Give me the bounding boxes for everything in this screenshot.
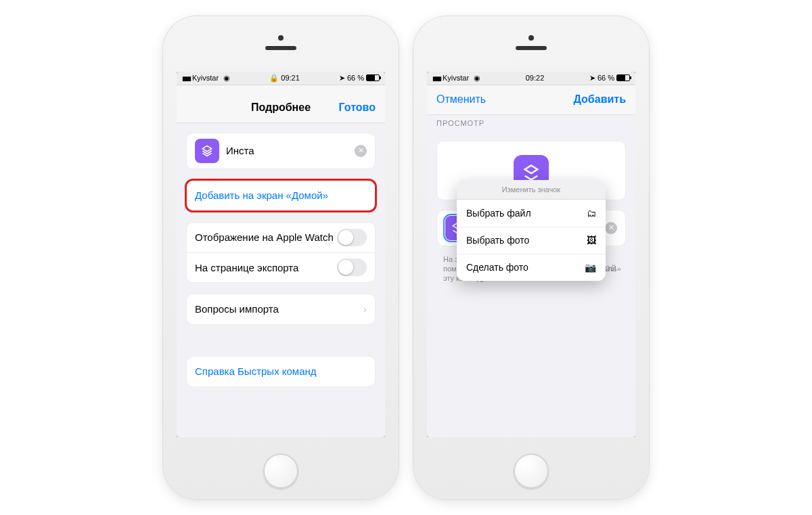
carrier-label: Kyivstar	[443, 74, 469, 82]
battery-pct: 66 %	[347, 74, 364, 82]
battery-icon	[616, 74, 630, 81]
gallery-icon: 🖼	[587, 235, 596, 246]
import-questions-cell[interactable]: Вопросы импорта ›	[187, 294, 375, 324]
popover-title: Изменить значок	[457, 180, 606, 200]
earpiece	[516, 46, 547, 50]
toggles-group: Отображение на Apple Watch На странице э…	[186, 222, 376, 283]
details-modal: Подробнее Готово Инста ✕ Добавить на эк	[177, 93, 385, 437]
apple-watch-cell: Отображение на Apple Watch	[187, 223, 375, 252]
add-button[interactable]: Добавить	[574, 93, 627, 106]
take-photo-option[interactable]: Сделать фото 📷	[457, 254, 606, 281]
earpiece	[265, 46, 296, 50]
shortcut-name: Инста	[226, 145, 254, 156]
camera-icon: 📷	[585, 262, 596, 273]
wifi-icon: ◉	[474, 74, 480, 83]
wifi-icon: ◉	[223, 74, 230, 83]
phone-earpiece	[265, 35, 296, 50]
shortcut-name-group: Инста ✕	[186, 133, 376, 169]
home-button[interactable]	[514, 453, 549, 489]
export-page-cell: На странице экспорта	[187, 252, 375, 282]
lock-icon: 🔒	[269, 74, 279, 82]
help-link[interactable]: Справка Быстрых команд	[187, 357, 375, 386]
help-group: Справка Быстрых команд	[186, 356, 376, 387]
add-home-sheet: Отменить Добавить ПРОСМОТР «ДОМОЙ» Новая…	[427, 85, 635, 437]
screen-left: Kyivstar ◉ 🔒 09:21 ➤ 66 % Отменить Далее…	[177, 72, 385, 437]
phone-earpiece	[516, 35, 547, 50]
location-icon: ➤	[339, 74, 345, 83]
status-bar: Kyivstar ◉ 🔒 09:21 ➤ 66 %	[177, 72, 385, 85]
shortcut-name-cell[interactable]: Инста ✕	[187, 133, 375, 169]
location-icon: ➤	[589, 74, 595, 83]
import-group: Вопросы импорта ›	[186, 294, 376, 325]
screen-right: Kyivstar ◉ 09:22 ➤ 66 % Отменить Добавит…	[427, 72, 635, 437]
preview-label: ПРОСМОТР	[427, 115, 635, 131]
status-time: 🔒 09:21	[269, 74, 300, 83]
choose-photo-option[interactable]: Выбрать фото 🖼	[457, 227, 606, 254]
status-time: 09:22	[526, 74, 545, 82]
modal-title: Подробнее	[251, 102, 311, 114]
front-camera	[278, 35, 284, 41]
home-button[interactable]	[263, 453, 298, 489]
battery-pct: 66 %	[597, 74, 614, 82]
export-page-toggle[interactable]	[337, 259, 367, 276]
shortcut-icon	[195, 139, 219, 163]
add-to-home-button[interactable]: Добавить на экран «Домой»	[187, 181, 375, 210]
phone-left: Kyivstar ◉ 🔒 09:21 ➤ 66 % Отменить Далее…	[163, 16, 399, 499]
modal-nav: Подробнее Готово	[177, 93, 385, 123]
change-icon-popover: Изменить значок Выбрать файл 🗂 Выбрать ф…	[457, 180, 606, 281]
clear-icon[interactable]: ✕	[355, 145, 367, 157]
carrier-label: Kyivstar	[192, 74, 219, 82]
cancel-button[interactable]: Отменить	[436, 93, 486, 106]
battery-icon	[366, 74, 380, 81]
signal-icon	[182, 74, 190, 82]
phone-right: Kyivstar ◉ 09:22 ➤ 66 % Отменить Добавит…	[413, 16, 649, 499]
folder-icon: 🗂	[587, 208, 596, 219]
choose-file-option[interactable]: Выбрать файл 🗂	[457, 200, 606, 227]
sheet-nav: Отменить Добавить	[427, 85, 635, 115]
clear-icon[interactable]: ✕	[605, 222, 617, 234]
add-to-home-group: Добавить на экран «Домой»	[186, 180, 376, 211]
chevron-right-icon: ›	[363, 303, 367, 315]
done-button[interactable]: Готово	[339, 93, 376, 122]
status-bar: Kyivstar ◉ 09:22 ➤ 66 %	[427, 72, 635, 85]
signal-icon	[432, 74, 441, 82]
front-camera	[528, 35, 534, 41]
apple-watch-toggle[interactable]	[337, 229, 367, 246]
